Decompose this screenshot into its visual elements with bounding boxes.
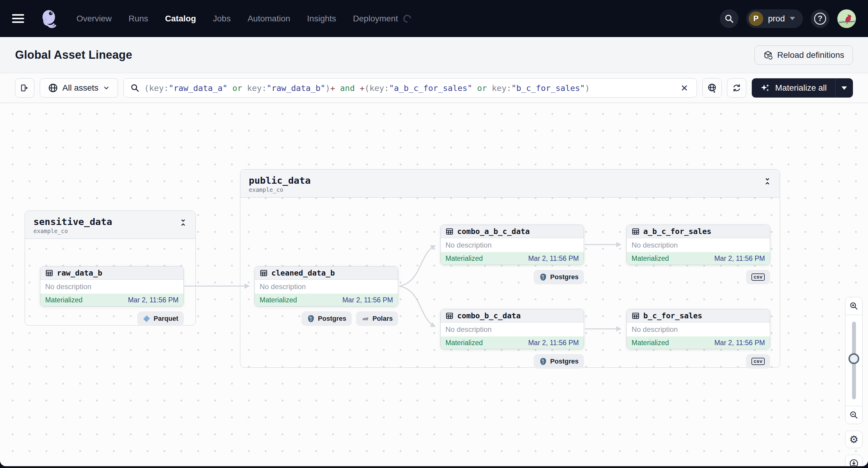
asset-node-raw-data-b[interactable]: raw_data_b No description Materialized M… bbox=[40, 266, 184, 307]
asset-search-input[interactable]: (key:"raw_data_a" or key:"raw_data_b")+ … bbox=[123, 78, 697, 98]
collapse-group-icon[interactable] bbox=[179, 219, 187, 226]
asset-description: No description bbox=[255, 280, 398, 293]
asset-badges: csv bbox=[626, 270, 770, 284]
nav-item-runs[interactable]: Runs bbox=[129, 14, 148, 24]
asset-name: cleaned_data_b bbox=[271, 269, 335, 277]
reload-definitions-button[interactable]: Reload definitions bbox=[754, 45, 853, 65]
nav-links: Overview Runs Catalog Jobs Automation In… bbox=[76, 14, 411, 24]
refresh-icon bbox=[732, 83, 742, 93]
asset-name: raw_data_b bbox=[57, 269, 102, 277]
asset-badges: Postgres Polars bbox=[254, 311, 398, 326]
table-icon bbox=[631, 312, 640, 320]
canvas-controls: ⚙ bbox=[845, 297, 863, 466]
asset-node-b-c-for-sales[interactable]: b_c_for_sales No description Materialize… bbox=[626, 309, 770, 349]
group-title: public_data bbox=[249, 175, 764, 186]
menu-icon[interactable] bbox=[12, 14, 24, 23]
nav-item-jobs[interactable]: Jobs bbox=[213, 14, 231, 24]
zoom-in-button[interactable] bbox=[845, 297, 862, 315]
materialization-timestamp[interactable]: Mar 2, 11:56 PM bbox=[528, 339, 579, 347]
asset-node-combo-a-b-c-data[interactable]: combo_a_b_c_data No description Material… bbox=[440, 225, 584, 265]
environment-name: prod bbox=[768, 14, 785, 24]
materialization-timestamp[interactable]: Mar 2, 11:56 PM bbox=[714, 339, 765, 347]
search-icon bbox=[724, 14, 734, 24]
page-header: Global Asset Lineage Reload definitions bbox=[0, 37, 868, 73]
materialize-all-label: Materialize all bbox=[775, 83, 827, 93]
materialization-timestamp[interactable]: Mar 2, 11:56 PM bbox=[342, 296, 393, 304]
asset-description: No description bbox=[40, 280, 183, 293]
app-window: Overview Runs Catalog Jobs Automation In… bbox=[0, 0, 868, 466]
asset-name: combo_a_b_c_data bbox=[457, 227, 530, 236]
zoom-out-button[interactable] bbox=[845, 406, 862, 424]
help-button[interactable]: ? bbox=[811, 9, 830, 28]
open-sidebar-button[interactable] bbox=[15, 78, 34, 98]
asset-name: combo_b_c_data bbox=[457, 311, 521, 320]
chevron-down-icon bbox=[103, 84, 110, 92]
asset-node-cleaned-data-b[interactable]: cleaned_data_b No description Materializ… bbox=[254, 266, 398, 307]
avatar[interactable] bbox=[837, 9, 856, 28]
kind-badge-postgres: Postgres bbox=[534, 354, 584, 369]
materialize-options-button[interactable] bbox=[835, 78, 853, 98]
chevron-down-icon bbox=[790, 17, 795, 20]
zoom-panel bbox=[845, 297, 863, 424]
postgres-icon bbox=[307, 315, 315, 323]
gear-icon: ⚙ bbox=[849, 434, 858, 444]
clear-search-icon[interactable]: ✕ bbox=[679, 83, 690, 93]
asset-badges: Postgres bbox=[440, 270, 584, 284]
asset-node-combo-b-c-data[interactable]: combo_b_c_data No description Materializ… bbox=[440, 309, 584, 349]
materialization-timestamp[interactable]: Mar 2, 11:56 PM bbox=[528, 254, 579, 262]
nav-item-automation[interactable]: Automation bbox=[248, 14, 290, 24]
kind-badge-postgres: Postgres bbox=[302, 311, 352, 326]
nav-item-catalog[interactable]: Catalog bbox=[165, 14, 196, 24]
help-icon: ? bbox=[814, 13, 826, 25]
reload-definitions-label: Reload definitions bbox=[777, 50, 844, 60]
search-icon bbox=[130, 84, 140, 92]
group-title: sensitive_data bbox=[33, 216, 179, 227]
status-badge: Materialized bbox=[445, 254, 528, 262]
search-query-text: (key:"raw_data_a" or key:"raw_data_b")+ … bbox=[144, 84, 674, 93]
kind-badge-polars: Polars bbox=[356, 311, 398, 326]
materialization-timestamp[interactable]: Mar 2, 11:56 PM bbox=[714, 254, 765, 262]
environment-switcher[interactable]: P prod bbox=[746, 9, 803, 28]
dagster-logo-icon[interactable] bbox=[38, 8, 60, 29]
top-nav: Overview Runs Catalog Jobs Automation In… bbox=[0, 0, 868, 37]
status-badge: Materialized bbox=[631, 254, 714, 262]
asset-scope-dropdown[interactable]: All assets bbox=[40, 78, 118, 98]
bird-avatar-icon bbox=[837, 9, 856, 28]
refresh-button[interactable] bbox=[727, 78, 746, 98]
collapse-group-icon[interactable] bbox=[764, 177, 771, 185]
nav-item-overview[interactable]: Overview bbox=[76, 14, 112, 24]
status-badge: Materialized bbox=[45, 296, 128, 304]
zoom-slider-thumb[interactable] bbox=[848, 353, 859, 364]
nav-right: P prod ? bbox=[720, 9, 856, 28]
loading-spinner-icon bbox=[402, 13, 413, 24]
lineage-toolbar: All assets (key:"raw_data_a" or key:"raw… bbox=[0, 73, 868, 103]
download-graph-button[interactable] bbox=[845, 455, 863, 466]
zoom-out-icon bbox=[849, 410, 858, 419]
nav-item-deployment[interactable]: Deployment bbox=[353, 14, 398, 24]
asset-name: b_c_for_sales bbox=[643, 311, 702, 320]
asset-node-a-b-c-for-sales[interactable]: a_b_c_for_sales No description Materiali… bbox=[626, 225, 770, 265]
graph-settings-button[interactable]: ⚙ bbox=[845, 431, 863, 448]
asset-name: a_b_c_for_sales bbox=[643, 227, 711, 236]
panel-expand-icon bbox=[20, 83, 30, 93]
materialize-all-button[interactable]: Materialize all bbox=[752, 78, 835, 98]
group-repo: example_co bbox=[33, 228, 179, 234]
table-icon bbox=[445, 227, 454, 236]
asset-description: No description bbox=[627, 238, 770, 252]
table-icon bbox=[445, 312, 454, 320]
lineage-canvas[interactable]: sensitive_data example_co public_data ex… bbox=[0, 103, 868, 466]
add-scope-button[interactable] bbox=[702, 78, 722, 98]
chevron-down-icon bbox=[841, 87, 847, 90]
asset-badges: Postgres bbox=[440, 354, 584, 369]
globe-icon bbox=[48, 83, 58, 93]
asset-badges: csv bbox=[626, 354, 770, 369]
nav-item-insights[interactable]: Insights bbox=[307, 14, 336, 24]
sparkles-icon bbox=[760, 83, 770, 93]
postgres-icon bbox=[539, 357, 547, 366]
kind-badge-parquet: Parquet bbox=[137, 311, 184, 326]
asset-description: No description bbox=[441, 322, 584, 336]
kind-badge-csv: csv bbox=[746, 270, 770, 284]
parquet-icon bbox=[143, 315, 151, 322]
search-button[interactable] bbox=[720, 9, 739, 28]
materialization-timestamp[interactable]: Mar 2, 11:56 PM bbox=[128, 296, 179, 304]
